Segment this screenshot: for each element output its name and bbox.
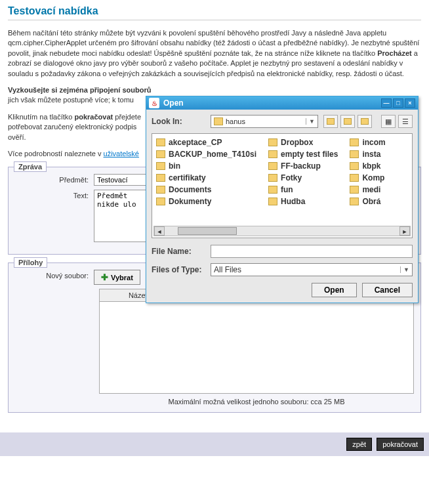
folder-item[interactable]: Dropbox xyxy=(268,138,338,147)
lookin-value: hanus xyxy=(226,117,245,125)
folder-item[interactable]: bin xyxy=(156,161,256,171)
attachments-legend: Přílohy xyxy=(14,257,47,268)
text: Více podrobností naleznete v xyxy=(8,150,104,158)
folder-icon xyxy=(268,138,277,146)
folder-name: kbpk xyxy=(362,161,380,171)
folder-icon xyxy=(156,198,165,205)
file-open-dialog: ♨ Open — □ × Look In: hanus ▼ ▦ ☰ akcept xyxy=(146,96,419,303)
text-label: Text: xyxy=(15,190,94,200)
folder-item[interactable]: insta xyxy=(350,150,385,159)
files-empty xyxy=(100,302,414,394)
folder-name: Komp xyxy=(362,173,384,182)
horizontal-scrollbar[interactable]: ◄ ► xyxy=(153,226,411,236)
filetype-value: All Files xyxy=(214,265,241,274)
folder-name: incom xyxy=(362,138,385,147)
scroll-right-button[interactable]: ► xyxy=(399,226,410,236)
folder-name: Fotky xyxy=(281,173,302,182)
back-button[interactable]: zpět xyxy=(346,438,372,451)
folder-item[interactable]: Komp xyxy=(350,173,385,182)
scroll-left-button[interactable]: ◄ xyxy=(154,226,165,236)
newfile-label: Nový soubor: xyxy=(15,270,94,280)
folder-name: insta xyxy=(362,150,380,159)
folder-item[interactable]: medi xyxy=(350,185,385,194)
text: ověří. xyxy=(8,133,26,141)
folder-name: BACKUP_home_T410si xyxy=(169,150,256,159)
manual-link[interactable]: uživatelské xyxy=(104,150,139,158)
message-legend: Zpráva xyxy=(14,161,47,172)
folder-item[interactable]: BACKUP_home_T410si xyxy=(156,150,256,159)
intro-paragraph: Během načítání této stránky můžete být v… xyxy=(8,28,421,79)
lookin-label: Look In: xyxy=(152,117,211,126)
text: Kliknutím na tlačítko xyxy=(8,113,75,121)
folder-item[interactable]: Obrá xyxy=(350,197,385,206)
folder-name: FF-backup xyxy=(281,161,321,171)
text-bold: Vyzkoušejte si zejména připojení souborů xyxy=(8,86,151,94)
folder-name: Obrá xyxy=(362,197,380,206)
folder-icon xyxy=(156,138,165,146)
folder-name: medi xyxy=(362,185,380,194)
folder-item[interactable]: akceptace_CP xyxy=(156,138,256,147)
minimize-button[interactable]: — xyxy=(381,98,392,108)
filename-input[interactable] xyxy=(211,245,413,258)
select-label: Vybrat xyxy=(111,274,133,282)
folder-item[interactable]: Dokumenty xyxy=(156,197,256,206)
folder-icon xyxy=(350,150,359,158)
folder-icon xyxy=(350,162,359,170)
folder-name: Dokumenty xyxy=(169,197,211,206)
folder-icon xyxy=(156,186,165,194)
page-title: Testovací nabídka xyxy=(8,5,421,20)
folder-item[interactable]: fun xyxy=(268,185,338,194)
scroll-track[interactable] xyxy=(165,226,399,236)
close-button[interactable]: × xyxy=(405,98,415,108)
folder-name: bin xyxy=(169,161,180,171)
list-view-button[interactable]: ▦ xyxy=(381,115,396,128)
dropdown-icon: ▼ xyxy=(306,118,315,125)
folder-icon xyxy=(214,117,223,125)
text-bold: pokračovat xyxy=(75,113,113,121)
cancel-button[interactable]: Cancel xyxy=(362,283,413,297)
folder-item[interactable]: empty test files xyxy=(268,150,338,159)
folder-icon xyxy=(350,186,359,194)
folder-name: fun xyxy=(281,185,293,194)
folder-name: Dropbox xyxy=(281,138,313,147)
folder-name: Documents xyxy=(169,185,211,194)
continue-button[interactable]: pokračovat xyxy=(377,438,424,451)
dialog-titlebar[interactable]: ♨ Open — □ × xyxy=(146,96,418,110)
scroll-thumb[interactable] xyxy=(178,227,237,235)
folder-item[interactable]: Documents xyxy=(156,185,256,194)
folder-item[interactable]: certifikaty xyxy=(156,173,256,182)
filename-label: File Name: xyxy=(152,247,211,256)
folder-item[interactable]: incom xyxy=(350,138,385,147)
maximize-button[interactable]: □ xyxy=(393,98,403,108)
dropdown-icon: ▼ xyxy=(400,266,409,273)
file-list-area[interactable]: akceptace_CPBACKUP_home_T410sibincertifi… xyxy=(152,133,413,238)
folder-icon xyxy=(156,174,165,182)
folder-item[interactable]: FF-backup xyxy=(268,161,338,171)
open-button[interactable]: Open xyxy=(312,283,357,297)
folder-name: certifikaty xyxy=(169,173,206,182)
bottom-bar: zpět pokračovat xyxy=(0,432,429,456)
home-button[interactable] xyxy=(340,115,355,128)
folder-item[interactable]: Hudba xyxy=(268,197,338,206)
java-icon: ♨ xyxy=(149,98,159,108)
folder-icon xyxy=(350,174,359,182)
folder-icon xyxy=(156,150,165,158)
up-folder-button[interactable] xyxy=(323,115,338,128)
new-folder-button[interactable] xyxy=(358,115,372,128)
lookin-select[interactable]: hanus ▼ xyxy=(211,115,318,128)
text: přejdete xyxy=(113,113,141,121)
files-table: Název souboru Velikost Stav Status xyxy=(99,289,414,394)
select-file-button[interactable]: ✚ Vybrat xyxy=(94,270,140,285)
folder-item[interactable]: Fotky xyxy=(268,173,338,182)
filetype-label: Files of Type: xyxy=(152,265,211,274)
folder-icon xyxy=(156,162,165,170)
text: potřebovat zaručený elektronický podpis xyxy=(8,123,136,131)
text: jich však můžete postupně více; k tomu xyxy=(8,96,134,104)
folder-name: empty test files xyxy=(281,150,338,159)
folder-item[interactable]: kbpk xyxy=(350,161,385,171)
filetype-select[interactable]: All Files ▼ xyxy=(211,263,413,276)
folder-icon xyxy=(268,186,277,194)
text: Během načítání této stránky můžete být v… xyxy=(8,29,419,57)
folder-name: akceptace_CP xyxy=(169,138,222,147)
detail-view-button[interactable]: ☰ xyxy=(398,115,413,128)
